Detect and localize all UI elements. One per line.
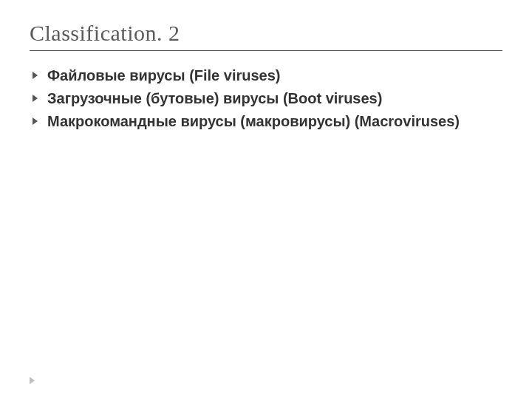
slide-title: Classification. 2: [30, 21, 502, 51]
bullet-list: Файловые вирусы (File viruses) Загрузочн…: [30, 66, 502, 132]
list-item-text: Файловые вирусы (File viruses): [47, 67, 281, 83]
footer-triangle-icon: [30, 377, 35, 384]
list-item-text: Загрузочные (бутовые) вирусы (Boot virus…: [47, 90, 382, 106]
triangle-bullet-icon: [33, 95, 38, 102]
triangle-bullet-icon: [33, 72, 38, 79]
triangle-bullet-icon: [33, 117, 38, 125]
slide: Classification. 2 Файловые вирусы (File …: [0, 0, 532, 399]
list-item-text: Макрокомандные вирусы (макровирусы) (Mac…: [47, 113, 460, 129]
list-item: Загрузочные (бутовые) вирусы (Boot virus…: [30, 89, 502, 109]
list-item: Макрокомандные вирусы (макровирусы) (Mac…: [30, 112, 502, 132]
list-item: Файловые вирусы (File viruses): [30, 66, 502, 86]
